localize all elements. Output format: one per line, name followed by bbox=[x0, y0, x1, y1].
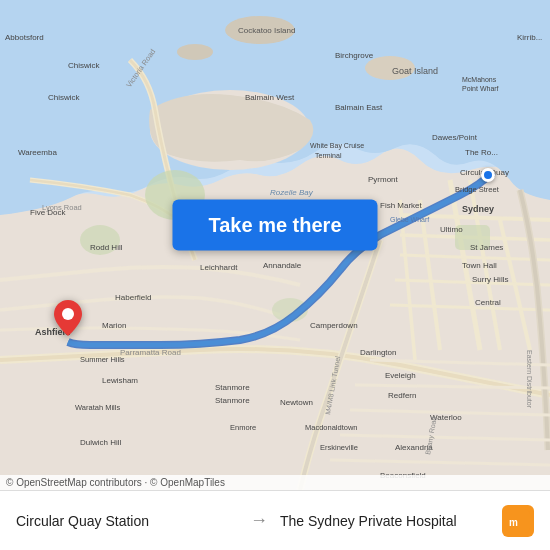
svg-text:Bridge Street: Bridge Street bbox=[455, 185, 500, 194]
svg-text:Enmore: Enmore bbox=[230, 423, 256, 432]
svg-point-84 bbox=[62, 308, 74, 320]
svg-text:Cockatoo Island: Cockatoo Island bbox=[238, 26, 295, 35]
svg-text:Dawes/Point: Dawes/Point bbox=[432, 133, 478, 142]
svg-text:m: m bbox=[509, 517, 518, 528]
svg-text:Central: Central bbox=[475, 298, 501, 307]
svg-text:Camperdown: Camperdown bbox=[310, 321, 358, 330]
svg-text:Wareemba: Wareemba bbox=[18, 148, 57, 157]
svg-text:Rodd Hill: Rodd Hill bbox=[90, 243, 123, 252]
svg-text:Town Hall: Town Hall bbox=[462, 261, 497, 270]
svg-text:Ultimo: Ultimo bbox=[440, 225, 463, 234]
svg-text:Birchgrove: Birchgrove bbox=[335, 51, 374, 60]
svg-text:Eveleigh: Eveleigh bbox=[385, 371, 416, 380]
svg-text:Dulwich Hill: Dulwich Hill bbox=[80, 438, 122, 447]
origin-pin bbox=[54, 300, 82, 340]
svg-text:Pyrmont: Pyrmont bbox=[368, 175, 399, 184]
take-me-there-button[interactable]: Take me there bbox=[172, 200, 377, 251]
svg-text:Newtown: Newtown bbox=[280, 398, 313, 407]
svg-text:Stanmore: Stanmore bbox=[215, 383, 250, 392]
svg-text:Stanmore: Stanmore bbox=[215, 396, 250, 405]
svg-text:Surry Hills: Surry Hills bbox=[472, 275, 508, 284]
bottom-bar: Circular Quay Station → The Sydney Priva… bbox=[0, 490, 550, 550]
svg-text:Darlington: Darlington bbox=[360, 348, 396, 357]
svg-text:Parramatta Road: Parramatta Road bbox=[120, 348, 181, 357]
origin-station: Circular Quay Station bbox=[16, 513, 238, 529]
svg-text:Summer Hills: Summer Hills bbox=[80, 355, 125, 364]
svg-text:St James: St James bbox=[470, 243, 503, 252]
svg-text:Chiswick: Chiswick bbox=[68, 61, 101, 70]
svg-text:Kirrib...: Kirrib... bbox=[517, 33, 542, 42]
direction-arrow-icon: → bbox=[250, 510, 268, 531]
map-attribution: © OpenStreetMap contributors · © OpenMap… bbox=[0, 475, 550, 490]
svg-text:White Bay Cruise: White Bay Cruise bbox=[310, 142, 364, 150]
svg-text:The Ro...: The Ro... bbox=[465, 148, 498, 157]
moovit-logo: m bbox=[502, 505, 534, 537]
svg-text:Chiswick: Chiswick bbox=[48, 93, 81, 102]
svg-text:McMahons: McMahons bbox=[462, 76, 497, 83]
svg-text:Balmain East: Balmain East bbox=[335, 103, 383, 112]
svg-text:Terminal: Terminal bbox=[315, 152, 342, 159]
svg-text:Glebe Wharf: Glebe Wharf bbox=[390, 216, 429, 223]
svg-text:Leichhardt: Leichhardt bbox=[200, 263, 238, 272]
svg-text:Haberfield: Haberfield bbox=[115, 293, 151, 302]
moovit-icon: m bbox=[502, 505, 534, 537]
destination-dot bbox=[481, 168, 495, 182]
svg-text:Annandale: Annandale bbox=[263, 261, 302, 270]
destination-station: The Sydney Private Hospital bbox=[280, 513, 502, 529]
svg-text:Goat Island: Goat Island bbox=[392, 66, 438, 76]
svg-text:Macdonaldtown: Macdonaldtown bbox=[305, 423, 358, 432]
svg-text:Balmain West: Balmain West bbox=[245, 93, 295, 102]
svg-text:Marion: Marion bbox=[102, 321, 126, 330]
svg-text:Abbotsford: Abbotsford bbox=[5, 33, 44, 42]
svg-point-5 bbox=[177, 44, 213, 60]
svg-text:Waratah Mills: Waratah Mills bbox=[75, 403, 120, 412]
svg-text:Rozelle Bay: Rozelle Bay bbox=[270, 188, 314, 197]
svg-text:Sydney: Sydney bbox=[462, 204, 494, 214]
svg-text:Point Wharf: Point Wharf bbox=[462, 85, 499, 92]
map-container: Goat Island Cockatoo Island Birchgrove B… bbox=[0, 0, 550, 490]
svg-text:Fish Market: Fish Market bbox=[380, 201, 423, 210]
svg-text:Erskineville: Erskineville bbox=[320, 443, 358, 452]
svg-text:Redfern: Redfern bbox=[388, 391, 416, 400]
svg-text:Lewisham: Lewisham bbox=[102, 376, 138, 385]
svg-text:Lyons Road: Lyons Road bbox=[42, 203, 82, 212]
svg-text:Eastern Distributor: Eastern Distributor bbox=[526, 350, 533, 409]
